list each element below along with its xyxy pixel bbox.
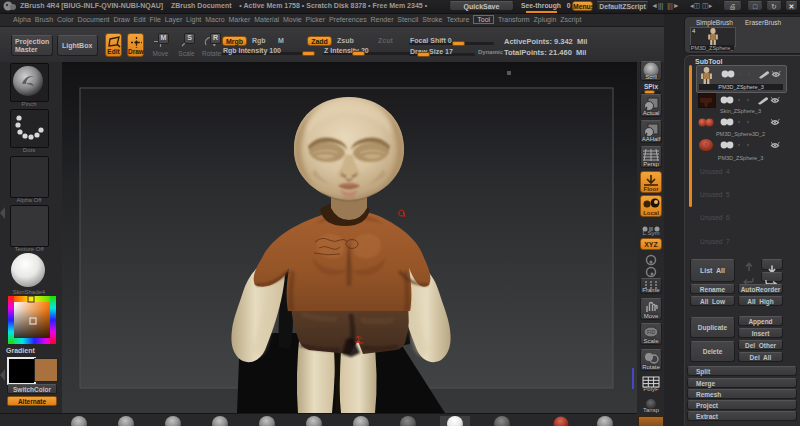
svg-text:FID: FID (647, 329, 655, 335)
